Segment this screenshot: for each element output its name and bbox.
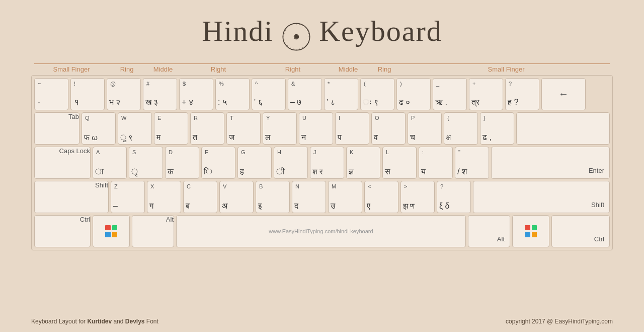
- key-y[interactable]: Y ल: [263, 112, 297, 145]
- key-6[interactable]: ^ ' ६: [252, 78, 286, 110]
- key-enter[interactable]: Enter: [491, 147, 610, 179]
- key-bracket-left[interactable]: { क्ष: [444, 112, 478, 145]
- finger-label-right-index-left: Right: [181, 63, 256, 73]
- key-w[interactable]: W ु ९: [118, 112, 152, 145]
- key-row-5: Ctrl Alt www.EasyHindiTyping.com/hindi-k…: [34, 215, 610, 247]
- key-minus[interactable]: _ ऋ .: [433, 78, 467, 110]
- keyboard: ~ · ! १ @ भ २ # ख ३ $ + ४ % : ५: [31, 75, 613, 250]
- footer: Keyboard Layout for Kurtidev and Devlys …: [31, 318, 613, 325]
- title-part2: Keyboard: [319, 15, 442, 47]
- finger-label-middle-left: Middle: [145, 63, 181, 73]
- key-3[interactable]: # ख ३: [143, 78, 177, 110]
- key-9[interactable]: ( ः ९: [360, 78, 394, 110]
- finger-labels-row: Small Finger Ring Middle Right Right Mid…: [31, 63, 613, 73]
- finger-label-ring-right: Ring: [366, 63, 403, 73]
- key-5[interactable]: % : ५: [215, 78, 250, 110]
- key-quote[interactable]: " / श: [455, 147, 489, 179]
- key-row-1: ~ · ! १ @ भ २ # ख ३ $ + ४ % : ५: [34, 78, 610, 110]
- key-0[interactable]: ) ढ ०: [396, 78, 431, 110]
- key-b[interactable]: B इ: [256, 181, 290, 213]
- footer-left: Keyboard Layout for Kurtidev and Devlys …: [31, 318, 158, 325]
- backspace-icon: ←: [558, 88, 569, 100]
- windows-logo-icon: [105, 225, 117, 237]
- key-enter-top[interactable]: [516, 112, 610, 145]
- key-s[interactable]: S ृ: [129, 147, 163, 179]
- title-area: Hindi: [0, 0, 644, 63]
- key-x[interactable]: X ग: [147, 181, 181, 213]
- key-q[interactable]: Q फ ω: [82, 112, 116, 145]
- key-j[interactable]: J श र: [310, 147, 344, 179]
- key-k[interactable]: K ज्ञ: [346, 147, 380, 179]
- finger-label-ring-left: Ring: [109, 63, 145, 73]
- key-slash[interactable]: ? ξ δ: [437, 181, 471, 213]
- finger-label-middle-right: Middle: [330, 63, 366, 73]
- key-comma[interactable]: < ए: [364, 181, 398, 213]
- ashoka-wheel-icon: [282, 22, 311, 51]
- finger-label-small-finger-left: Small Finger: [34, 63, 109, 73]
- key-d[interactable]: D क: [165, 147, 199, 179]
- title-part1: Hindi: [202, 15, 273, 47]
- key-a[interactable]: A ा: [93, 147, 127, 179]
- key-r[interactable]: R त: [190, 112, 224, 145]
- key-equals[interactable]: + त्र: [469, 78, 503, 110]
- key-backtick[interactable]: ~ ·: [34, 78, 68, 110]
- key-1[interactable]: ! १: [70, 78, 105, 110]
- key-period[interactable]: > झ ण: [400, 181, 435, 213]
- key-win-right[interactable]: [512, 215, 549, 247]
- finger-label-small-finger-right: Small Finger: [403, 63, 610, 73]
- footer-right: copyright 2017 @ EasyHindiTyping.com: [506, 318, 613, 325]
- key-row-4: Shift Z – X ग C ब V अ B इ N: [34, 181, 610, 213]
- key-bracket-right[interactable]: } ढ ,: [480, 112, 514, 145]
- key-ctrl-left[interactable]: Ctrl: [34, 215, 91, 247]
- key-2[interactable]: @ भ २: [107, 78, 141, 110]
- key-o[interactable]: O व: [371, 112, 406, 145]
- key-c[interactable]: C ब: [183, 181, 217, 213]
- key-backslash-top[interactable]: ? ह ?: [505, 78, 539, 110]
- key-g[interactable]: G ह: [237, 147, 272, 179]
- key-shift-left[interactable]: Shift: [34, 181, 109, 213]
- key-semicolon[interactable]: : य: [419, 147, 453, 179]
- key-space[interactable]: www.EasyHindiTyping.com/hindi-keyboard: [176, 215, 466, 247]
- key-backspace[interactable]: ←: [541, 78, 586, 110]
- key-e[interactable]: E म: [154, 112, 188, 145]
- key-4[interactable]: $ + ४: [179, 78, 213, 110]
- key-row-3: Caps Lock A ा S ृ D क F ि G ह: [34, 147, 610, 179]
- key-ctrl-right[interactable]: Ctrl: [551, 215, 610, 247]
- key-i[interactable]: I प: [335, 112, 369, 145]
- key-8[interactable]: * ' ८: [324, 78, 358, 110]
- key-tab[interactable]: Tab: [34, 112, 79, 145]
- key-capslock[interactable]: Caps Lock: [34, 147, 91, 179]
- windows-logo-right-icon: [525, 225, 537, 237]
- key-t[interactable]: T ज: [226, 112, 261, 145]
- key-l[interactable]: L स: [382, 147, 417, 179]
- key-u[interactable]: U न: [299, 112, 333, 145]
- key-v[interactable]: V अ: [219, 181, 254, 213]
- key-row-2: Tab Q फ ω W ु ९ E म R त T ज: [34, 112, 610, 145]
- key-z[interactable]: Z –: [111, 181, 145, 213]
- key-win-left[interactable]: [93, 215, 130, 247]
- key-alt-right[interactable]: Alt: [468, 215, 510, 247]
- key-shift-right[interactable]: Shift: [473, 181, 610, 213]
- key-f[interactable]: F ि: [201, 147, 235, 179]
- key-n[interactable]: N द: [292, 181, 326, 213]
- key-m[interactable]: M उ: [328, 181, 362, 213]
- key-h[interactable]: H ी: [274, 147, 308, 179]
- key-alt-left[interactable]: Alt: [132, 215, 174, 247]
- key-p[interactable]: P च: [408, 112, 442, 145]
- key-7[interactable]: & – ७: [288, 78, 322, 110]
- finger-label-right-index-right: Right: [256, 63, 330, 73]
- keyboard-wrapper: Small Finger Ring Middle Right Right Mid…: [0, 63, 644, 250]
